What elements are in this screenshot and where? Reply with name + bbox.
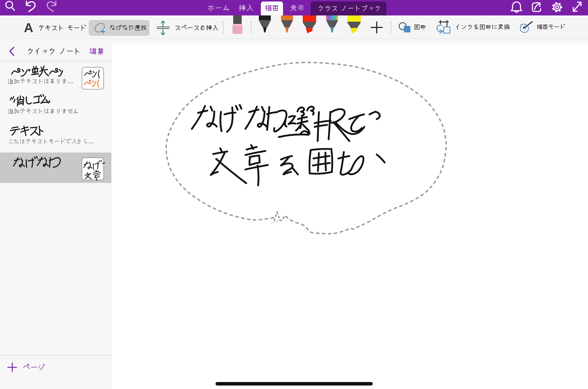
svg-text:A: A — [24, 20, 33, 35]
